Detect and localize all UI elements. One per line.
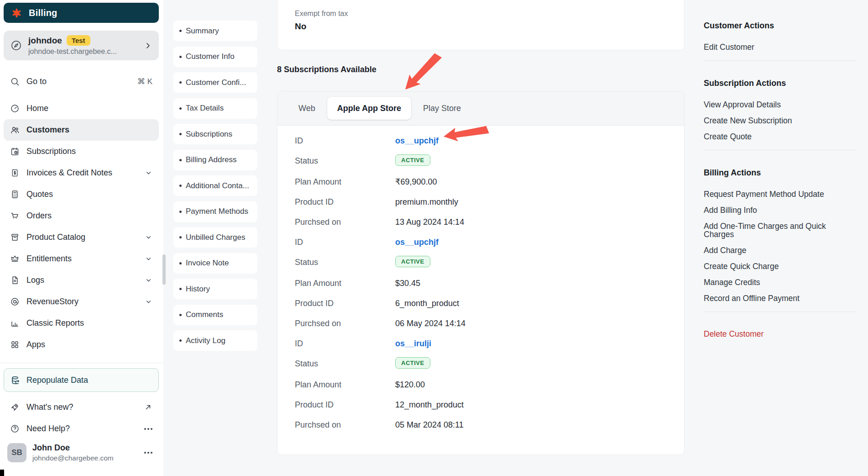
tab-web[interactable]: Web bbox=[288, 97, 325, 120]
sidebar-item-apps[interactable]: Apps bbox=[4, 334, 159, 355]
sidebar-item-subscriptions[interactable]: Subscriptions bbox=[4, 141, 159, 162]
user-menu[interactable]: SB John Doe johndoe@chargebee.com bbox=[4, 439, 159, 469]
purchased-on-value: 06 May 2024 14:14 bbox=[395, 319, 465, 328]
app-root: { "app": { "product_label": "Billing", "… bbox=[0, 0, 868, 476]
field-row-product-id: Product ID 6_month_product bbox=[295, 299, 667, 307]
section-nav-billing-address[interactable]: Billing Address bbox=[173, 150, 257, 170]
action-manage-credits[interactable]: Manage Credits bbox=[704, 278, 856, 286]
sidebar-item-invoices[interactable]: Invoices & Credit Notes bbox=[4, 162, 159, 184]
user-name: John Doe bbox=[32, 443, 114, 453]
cart-icon bbox=[10, 211, 20, 221]
sidebar-item-label: RevenueStory bbox=[26, 297, 78, 307]
field-row-status: Status ACTIVE bbox=[295, 360, 667, 369]
bullet-icon bbox=[179, 107, 182, 110]
action-create-quote[interactable]: Create Quote bbox=[704, 132, 856, 141]
section-nav-tax-details[interactable]: Tax Details bbox=[173, 98, 257, 119]
repopulate-data-button[interactable]: Repopulate Data bbox=[4, 368, 159, 392]
bullet-icon bbox=[179, 211, 182, 213]
delete-customer-link[interactable]: Delete Customer bbox=[704, 330, 856, 338]
action-view-approval-details[interactable]: View Approval Details bbox=[704, 100, 856, 109]
sidebar-item-customers[interactable]: Customers bbox=[4, 119, 159, 141]
chevron-down-icon bbox=[145, 298, 152, 306]
sidebar-item-revenuestory[interactable]: RevenueStory bbox=[4, 291, 159, 312]
section-nav-invoice-note[interactable]: Invoice Note bbox=[173, 253, 257, 274]
scrollbar-thumb[interactable] bbox=[162, 254, 166, 285]
need-help-link[interactable]: Need Help? bbox=[4, 418, 159, 439]
repopulate-data-label: Repopulate Data bbox=[26, 376, 88, 385]
subscriptions-heading: 8 Subscriptions Available bbox=[277, 65, 685, 74]
action-request-payment-method-update[interactable]: Request Payment Method Update bbox=[704, 190, 856, 198]
section-nav-label: Comments bbox=[186, 310, 223, 319]
section-nav-subscriptions[interactable]: Subscriptions bbox=[173, 124, 257, 144]
section-nav-history[interactable]: History bbox=[173, 279, 257, 299]
sidebar-item-quotes[interactable]: Quotes bbox=[4, 184, 159, 205]
brand-bar[interactable]: Billing bbox=[4, 3, 159, 23]
field-label: Status bbox=[295, 157, 395, 165]
section-nav-unbilled-charges[interactable]: Unbilled Charges bbox=[173, 227, 257, 248]
purchased-on-value: 05 Mar 2024 08:11 bbox=[395, 421, 464, 429]
field-row-plan-amount: Plan Amount ₹69,900.00 bbox=[295, 178, 667, 186]
field-label: Purchsed on bbox=[295, 421, 395, 429]
sidebar-item-label: Product Catalog bbox=[26, 233, 85, 242]
more-options-icon[interactable] bbox=[144, 452, 146, 454]
field-label: Plan Amount bbox=[295, 381, 395, 389]
field-label: Product ID bbox=[295, 401, 395, 409]
subscription-id-link[interactable]: os__upchjf bbox=[395, 137, 439, 145]
rocket-icon bbox=[10, 402, 20, 412]
section-nav-label: Customer Info bbox=[186, 52, 235, 61]
action-add-charge[interactable]: Add Charge bbox=[704, 246, 856, 254]
action-edit-customer[interactable]: Edit Customer bbox=[704, 43, 856, 51]
sidebar-item-product-catalog[interactable]: Product Catalog bbox=[4, 227, 159, 248]
field-row-id: ID os__upchjf bbox=[295, 238, 667, 246]
subscription-id-link[interactable]: os__irulji bbox=[395, 339, 431, 348]
site-switcher[interactable]: johndoe Test johndoe-test.chargebee.c... bbox=[4, 31, 159, 60]
action-record-offline-payment[interactable]: Record an Offline Payment bbox=[704, 294, 856, 302]
section-nav-additional-contacts[interactable]: Additional Conta... bbox=[173, 175, 257, 196]
plan-amount-value: $30.45 bbox=[395, 279, 420, 287]
action-add-one-time-charges[interactable]: Add One-Time Charges and Quick Charges bbox=[704, 222, 856, 238]
bullet-icon bbox=[179, 236, 182, 238]
field-label: Plan Amount bbox=[295, 279, 395, 287]
field-label: Purchsed on bbox=[295, 319, 395, 328]
database-restore-icon bbox=[10, 376, 20, 385]
section-nav-comments[interactable]: Comments bbox=[173, 305, 257, 325]
subscription-id-link[interactable]: os__upchjf bbox=[395, 238, 439, 246]
sidebar: Billing johndoe Test johndoe-test.charge… bbox=[0, 0, 163, 476]
field-row-product-id: Product ID 12_month_product bbox=[295, 401, 667, 409]
need-help-label: Need Help? bbox=[26, 424, 70, 434]
bullet-icon bbox=[179, 185, 182, 187]
sidebar-item-home[interactable]: Home bbox=[4, 98, 159, 119]
sidebar-item-logs[interactable]: Logs bbox=[4, 270, 159, 291]
section-nav-summary[interactable]: Summary bbox=[173, 21, 257, 41]
more-options-icon[interactable] bbox=[144, 428, 146, 430]
chevron-down-icon bbox=[145, 233, 152, 241]
whats-new-link[interactable]: What's new? bbox=[4, 397, 159, 418]
field-label: Purchsed on bbox=[295, 218, 395, 226]
status-badge: ACTIVE bbox=[395, 357, 430, 369]
sidebar-item-classic-reports[interactable]: Classic Reports bbox=[4, 312, 159, 334]
screen-artifact bbox=[0, 470, 4, 476]
sidebar-item-entitlements[interactable]: Entitlements bbox=[4, 248, 159, 270]
section-nav-customer-info[interactable]: Customer Info bbox=[173, 47, 257, 67]
sidebar-item-orders[interactable]: Orders bbox=[4, 205, 159, 227]
bullet-icon bbox=[179, 133, 182, 135]
section-nav-customer-config[interactable]: Customer Confi... bbox=[173, 72, 257, 93]
action-create-quick-charge[interactable]: Create Quick Charge bbox=[704, 262, 856, 270]
field-label: Plan Amount bbox=[295, 178, 395, 186]
tab-apple-app-store[interactable]: Apple App Store bbox=[327, 97, 411, 120]
action-add-billing-info[interactable]: Add Billing Info bbox=[704, 206, 856, 214]
calendar-clock-icon bbox=[10, 147, 20, 156]
bullet-icon bbox=[179, 81, 182, 84]
section-nav-label: Invoice Note bbox=[186, 259, 229, 268]
bullet-icon bbox=[179, 314, 182, 316]
sidebar-item-label: Apps bbox=[26, 340, 45, 349]
goto-search[interactable]: Go to ⌘ K bbox=[4, 71, 159, 91]
calculator-icon bbox=[10, 190, 20, 199]
section-nav-activity-log[interactable]: Activity Log bbox=[173, 330, 257, 351]
action-create-new-subscription[interactable]: Create New Subscription bbox=[704, 116, 856, 125]
goto-label: Go to bbox=[26, 77, 47, 86]
subscriptions-list: ID os__upchjf Status ACTIVE Plan Amount … bbox=[277, 126, 684, 455]
document-icon bbox=[10, 275, 20, 285]
tab-play-store[interactable]: Play Store bbox=[413, 97, 471, 120]
section-nav-payment-methods[interactable]: Payment Methods bbox=[173, 201, 257, 222]
